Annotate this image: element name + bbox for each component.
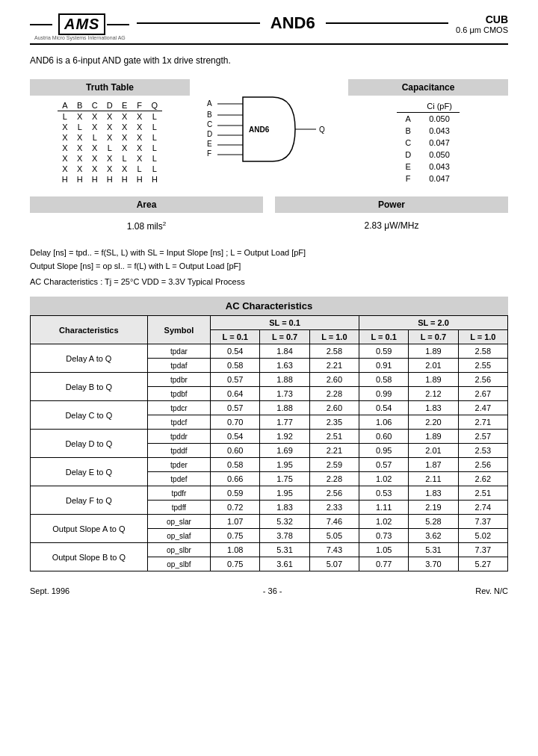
val: 1.77: [260, 415, 309, 430]
val: 2.57: [458, 430, 507, 444]
power-title: Power: [275, 196, 508, 213]
area-title: Area: [30, 196, 263, 213]
sym-tpddr: tpddr: [147, 430, 210, 444]
logo: AMS: [58, 13, 105, 35]
val: 1.88: [260, 401, 309, 415]
svg-text:B: B: [207, 111, 212, 119]
cap-header-row: Ci (pF): [397, 100, 460, 113]
sym-tpdcf: tpdcf: [147, 415, 210, 430]
val: 0.54: [211, 344, 260, 359]
footer-page: - 36 -: [263, 586, 282, 595]
val: 1.08: [211, 543, 260, 557]
val: 2.51: [309, 430, 359, 444]
val: 5.07: [309, 557, 359, 571]
val: 0.72: [211, 501, 260, 515]
val: 2.58: [309, 344, 359, 359]
ac-table: Characteristics Symbol SL = 0.1 SL = 2.0…: [30, 315, 508, 571]
ac-title: AC Characteristics: [30, 297, 508, 315]
power-box: Power 2.83 μW/MHz: [275, 196, 508, 235]
val: 0.91: [359, 359, 409, 373]
svg-text:Q: Q: [319, 126, 325, 134]
truth-table-section: Truth Table A B C D E F Q LXXXXXL XLXXXX…: [30, 79, 190, 185]
val: 2.58: [458, 344, 507, 359]
val: 5.27: [458, 557, 507, 571]
col-a: A: [58, 100, 72, 111]
table-row: F0.047: [397, 173, 460, 185]
val: 1.89: [409, 344, 458, 359]
sym-opslar: op_slar: [147, 515, 210, 529]
val: 1.83: [409, 486, 458, 501]
table-row: Output Slope A to Q op_slar 1.07 5.32 7.…: [31, 515, 508, 529]
val: 2.53: [458, 444, 507, 458]
doc-type: CUB: [456, 13, 508, 25]
power-value: 2.83 μW/MHz: [275, 217, 508, 234]
sym-opslbr: op_slbr: [147, 543, 210, 557]
val: 2.59: [309, 458, 359, 472]
val: 2.71: [458, 415, 507, 430]
header-left: AMS Austria Micro Systems International …: [30, 13, 129, 40]
col-f: F: [132, 100, 147, 111]
val: 3.61: [260, 557, 309, 571]
val: 0.57: [211, 373, 260, 387]
description: AND6 is a 6-input AND gate with 1x drive…: [30, 55, 508, 66]
val: 1.69: [260, 444, 309, 458]
val: 2.60: [309, 401, 359, 415]
val: 2.12: [409, 387, 458, 401]
table-row: B0.043: [397, 125, 460, 137]
l10-1: L = 1.0: [309, 330, 359, 344]
table-row: Delay D to Q tpddr 0.54 1.92 2.51 0.60 1…: [31, 430, 508, 444]
val: 7.43: [309, 543, 359, 557]
val: 1.02: [359, 472, 409, 486]
svg-text:D: D: [207, 130, 212, 138]
ac-characteristics-section: AC Characteristics Characteristics Symbo…: [30, 297, 508, 571]
sym-tpdaf: tpdaf: [147, 359, 210, 373]
char-f: Delay F to Q: [31, 486, 148, 515]
sl20-header: SL = 2.0: [359, 316, 508, 330]
truth-cap-section: Truth Table A B C D E F Q LXXXXXL XLXXXX…: [30, 79, 508, 185]
val: 1.92: [260, 430, 309, 444]
val: 2.56: [458, 373, 507, 387]
table-row: XXLXXXL: [58, 132, 162, 143]
and-gate-diagram: A B C D E F AND6 Q: [202, 79, 336, 185]
capacitance-section: Capacitance Ci (pF) A0.050 B0.043 C0.047…: [348, 79, 508, 185]
area-box: Area 1.08 mils2: [30, 196, 263, 235]
sym-tpdff: tpdff: [147, 501, 210, 515]
table-row: A0.050: [397, 113, 460, 126]
svg-text:F: F: [207, 149, 211, 158]
val: 2.28: [309, 472, 359, 486]
val: 0.66: [211, 472, 260, 486]
truth-table-header-row: A B C D E F Q: [58, 100, 162, 111]
truth-table: A B C D E F Q LXXXXXL XLXXXXL XXLXXXL XX…: [30, 100, 190, 185]
footer-date: Sept. 1996: [30, 586, 69, 595]
val: 0.57: [359, 458, 409, 472]
table-row: XXXXLXL: [58, 153, 162, 164]
cap-col-header: Ci (pF): [419, 100, 460, 113]
val: 0.75: [211, 529, 260, 543]
col-symbol: Symbol: [147, 316, 210, 344]
area-power-section: Area 1.08 mils2 Power 2.83 μW/MHz: [30, 196, 508, 235]
ac-table-group-header: Characteristics Symbol SL = 0.1 SL = 2.0: [31, 316, 508, 330]
footer: Sept. 1996 - 36 - Rev. N/C: [30, 586, 508, 595]
val: 0.53: [359, 486, 409, 501]
truth-table-title: Truth Table: [30, 79, 190, 96]
table-row: XXXLXXL: [58, 143, 162, 153]
val: 2.28: [309, 387, 359, 401]
l01-1: L = 0.1: [211, 330, 260, 344]
delay-line2: Output Slope [ns] = op sl.. = f(L) with …: [30, 260, 508, 273]
val: 1.88: [260, 373, 309, 387]
delay-line1: Delay [ns] = tpd.. = f(SL, L) with SL = …: [30, 247, 508, 260]
svg-text:A: A: [207, 99, 212, 108]
svg-text:AND6: AND6: [249, 126, 270, 134]
val: 0.59: [211, 486, 260, 501]
logo-sub: Austria Micro Systems International AG: [34, 35, 126, 40]
col-b: B: [72, 100, 87, 111]
table-row: D0.050: [397, 149, 460, 161]
val: 1.11: [359, 501, 409, 515]
process: 0.6 μm CMOS: [456, 25, 508, 34]
val: 0.70: [211, 415, 260, 430]
val: 2.56: [458, 458, 507, 472]
char-slope-b: Output Slope B to Q: [31, 543, 148, 571]
col-e: E: [117, 100, 132, 111]
val: 1.83: [409, 401, 458, 415]
area-value: 1.08 mils2: [30, 217, 263, 235]
